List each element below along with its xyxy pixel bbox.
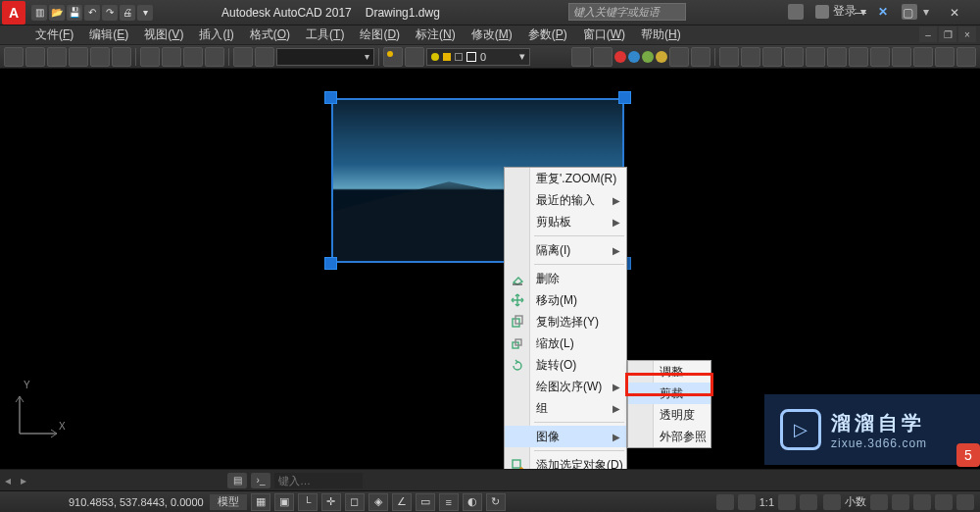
sb-scale-label[interactable]: 1:1 <box>760 496 774 508</box>
sb-grid-icon[interactable]: ▦ <box>251 493 270 511</box>
context-menu-item[interactable]: 图像▶ <box>505 426 626 447</box>
amber-dot-icon[interactable] <box>656 51 667 63</box>
grip-top-right[interactable] <box>618 91 631 104</box>
tb-save-icon[interactable] <box>47 47 67 67</box>
nav-last2-icon[interactable] <box>913 47 933 67</box>
context-menu-item[interactable]: 重复'.ZOOM(R) <box>505 168 626 189</box>
qat-save-icon[interactable]: 💾 <box>67 5 82 21</box>
scroll-right-icon[interactable]: ▸ <box>16 474 31 487</box>
menu-view[interactable]: 视图(V) <box>136 25 191 45</box>
sb-gear-icon[interactable] <box>778 494 796 510</box>
qat-undo-icon[interactable]: ↶ <box>84 5 100 21</box>
qat-more-icon[interactable]: ▾ <box>137 5 153 21</box>
minimize-button[interactable]: — <box>841 3 880 23</box>
infocenter-icon[interactable] <box>788 4 804 20</box>
sb-modelspace-icon[interactable] <box>716 494 734 510</box>
context-menu-item[interactable]: 组▶ <box>505 397 626 419</box>
qat-new-icon[interactable]: ▥ <box>31 5 47 21</box>
context-submenu-item[interactable]: 外部参照 <box>628 426 710 447</box>
close-button[interactable]: ✕ <box>935 3 974 23</box>
nav-zoom-icon[interactable] <box>741 47 760 67</box>
sb-cycle-icon[interactable]: ↻ <box>486 493 506 511</box>
tb-open-icon[interactable] <box>25 47 45 67</box>
doc-close-button[interactable]: × <box>958 26 976 42</box>
green-dot-icon[interactable] <box>642 51 654 63</box>
command-input[interactable] <box>274 473 363 488</box>
nav-steer-icon[interactable] <box>784 47 804 67</box>
tb-redo-icon[interactable] <box>255 47 274 67</box>
menu-window[interactable]: 窗口(W) <box>575 25 633 45</box>
recorder-badge[interactable]: 5 <box>956 443 980 467</box>
sb-ws-icon[interactable] <box>800 494 817 510</box>
tb-copy-icon[interactable] <box>162 47 181 67</box>
scroll-left-icon[interactable]: ◂ <box>0 474 16 487</box>
app-logo[interactable]: A <box>2 1 25 25</box>
sb-snap-icon[interactable]: ▣ <box>274 493 294 511</box>
nav-last-icon[interactable] <box>892 47 911 67</box>
grip-bottom-left[interactable] <box>324 257 337 270</box>
blue-dot-icon[interactable] <box>628 51 640 63</box>
nav-showmotion-icon[interactable] <box>806 47 825 67</box>
layer-dropdown[interactable]: ▾ <box>276 48 374 66</box>
menu-insert[interactable]: 插入(I) <box>191 25 241 45</box>
menu-parametric[interactable]: 参数(P) <box>520 25 575 45</box>
cmd-history-icon[interactable]: ▤ <box>227 473 247 488</box>
sb-polar-icon[interactable]: ✛ <box>321 493 341 511</box>
sb-lwt-icon[interactable]: ≡ <box>439 493 459 511</box>
menu-draw[interactable]: 绘图(D) <box>352 25 408 45</box>
tb-cut-icon[interactable] <box>140 47 160 67</box>
context-menu-item[interactable]: 删除 <box>505 268 626 289</box>
sb-annomon-icon[interactable] <box>823 494 841 510</box>
tb-match-icon[interactable] <box>205 47 224 67</box>
menu-help[interactable]: 帮助(H) <box>633 25 689 45</box>
tb-new-icon[interactable] <box>4 47 24 67</box>
sb-iso-icon[interactable] <box>913 494 931 510</box>
sb-otrack-icon[interactable]: ∠ <box>392 493 412 511</box>
vs-2dwire-icon[interactable] <box>571 47 591 67</box>
vs-realistic-icon[interactable] <box>669 47 689 67</box>
nav-cube-icon[interactable] <box>827 47 847 67</box>
context-menu-item[interactable]: 旋转(O) <box>505 354 626 376</box>
context-menu-item[interactable]: 复制选择(Y) <box>505 311 626 333</box>
vs-wire-icon[interactable] <box>593 47 612 67</box>
record-dot-icon[interactable] <box>614 51 626 63</box>
context-menu-item[interactable]: 最近的输入▶ <box>505 189 626 211</box>
tb-plot-icon[interactable] <box>90 47 110 67</box>
vs-shaded-icon[interactable] <box>691 47 710 67</box>
qat-redo-icon[interactable]: ↷ <box>102 5 118 21</box>
nav-compass-icon[interactable] <box>870 47 890 67</box>
context-menu-item[interactable]: 绘图次序(W)▶ <box>505 376 626 397</box>
sb-annoscale-icon[interactable] <box>738 494 756 510</box>
drawing-canvas[interactable]: Y X ▷ 溜溜自学 zixue.3d66.com 5 <box>0 69 980 469</box>
sb-units-label[interactable]: 小数 <box>845 494 866 509</box>
menu-file[interactable]: 文件(F) <box>27 25 81 45</box>
doc-min-button[interactable]: – <box>919 26 937 42</box>
sb-clean-icon[interactable] <box>892 494 909 510</box>
cmd-prompt-icon[interactable]: ›_ <box>251 473 270 488</box>
tb-layeriso-icon[interactable] <box>405 47 424 67</box>
tb-preview-icon[interactable] <box>112 47 131 67</box>
nav-orbit-icon[interactable] <box>762 47 782 67</box>
menu-format[interactable]: 格式(O) <box>242 25 298 45</box>
layer-state-dropdown[interactable]: 0 ▾ <box>426 48 530 66</box>
sb-3dosnap-icon[interactable]: ◈ <box>368 493 388 511</box>
nav-wheel-icon[interactable] <box>849 47 868 67</box>
model-tab[interactable]: 模型 <box>210 494 247 510</box>
sb-qsave-icon[interactable] <box>870 494 888 510</box>
context-submenu-item[interactable]: 透明度 <box>628 404 710 426</box>
nav-last3-icon[interactable] <box>935 47 955 67</box>
maximize-button[interactable]: ▢ <box>888 3 927 23</box>
context-menu-item[interactable]: 剪贴板▶ <box>505 211 626 232</box>
sb-hardware-icon[interactable] <box>935 494 953 510</box>
menu-tools[interactable]: 工具(T) <box>298 25 352 45</box>
qat-open-icon[interactable]: 📂 <box>49 5 65 21</box>
tb-paste-icon[interactable] <box>183 47 203 67</box>
menu-dimension[interactable]: 标注(N) <box>408 25 464 45</box>
menu-edit[interactable]: 编辑(E) <box>81 25 136 45</box>
sb-custom-icon[interactable] <box>956 494 974 510</box>
context-menu-item[interactable]: 移动(M) <box>505 289 626 311</box>
nav-last4-icon[interactable] <box>956 47 976 67</box>
context-menu-item[interactable]: 缩放(L) <box>505 333 626 354</box>
help-search-input[interactable]: 键入关键字或短语 <box>568 3 686 21</box>
sb-ortho-icon[interactable]: └ <box>298 493 318 511</box>
